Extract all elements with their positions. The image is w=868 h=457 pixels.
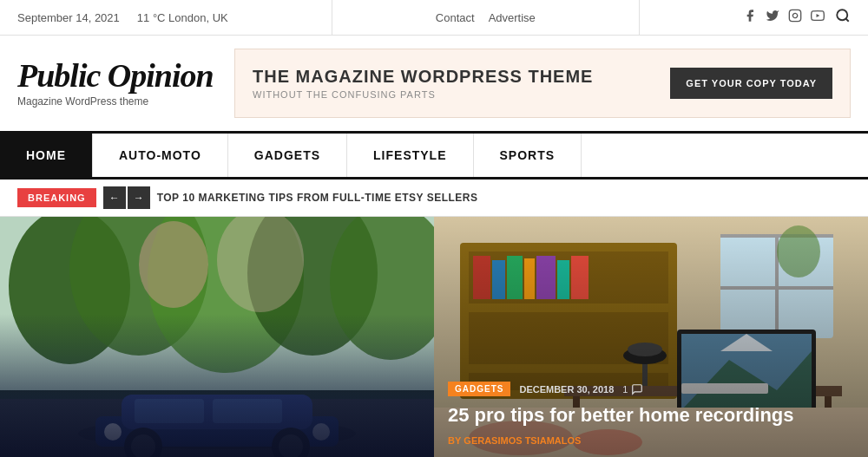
nav-sports[interactable]: SPORTS (474, 134, 582, 177)
svg-rect-0 (789, 10, 800, 21)
article-overlay: GADGETS DECEMBER 30, 2018 1 25 pro tips … (434, 368, 868, 457)
site-logo: Public Opinion Magazine WordPress theme (17, 59, 217, 108)
car-image-bg (0, 217, 434, 457)
divider-right (639, 0, 640, 36)
header-banner: Public Opinion Magazine WordPress theme … (0, 36, 868, 131)
breaking-text: TOP 10 MARKETING TIPS FROM FULL-TIME ETS… (157, 192, 478, 204)
logo-subtitle: Magazine WordPress theme (17, 95, 217, 108)
article-category-tag[interactable]: GADGETS (448, 382, 510, 396)
byline-by: by (448, 435, 461, 446)
svg-point-11 (139, 221, 208, 308)
article-date: DECEMBER 30, 2018 (519, 384, 614, 395)
secondary-article-image[interactable]: GADGETS DECEMBER 30, 2018 1 25 pro tips … (434, 217, 868, 457)
svg-line-4 (845, 18, 848, 21)
top-bar: September 14, 2021 11 °C London, UK Cont… (0, 0, 868, 36)
contact-link[interactable]: Contact (436, 11, 475, 24)
car-image-overlay (0, 314, 434, 457)
weather-display: 11 °C London, UK (137, 11, 228, 24)
instagram-icon[interactable] (788, 9, 802, 26)
nav-gadgets[interactable]: GADGETS (228, 134, 347, 177)
top-bar-left: September 14, 2021 11 °C London, UK (17, 11, 228, 24)
content-area: GADGETS DECEMBER 30, 2018 1 25 pro tips … (0, 217, 868, 457)
date-display: September 14, 2021 (17, 11, 120, 24)
logo-title[interactable]: Public Opinion (17, 59, 217, 92)
youtube-icon[interactable] (811, 9, 825, 26)
ad-title: THE MAGAZINE WORDPRESS THEME (253, 67, 593, 87)
breaking-prev-button[interactable]: ← (103, 186, 126, 209)
top-bar-right (743, 8, 851, 28)
advertise-link[interactable]: Advertise (489, 11, 536, 24)
twitter-icon[interactable] (766, 9, 779, 26)
article-byline: by GERASIMOS TSIAMALOS (448, 435, 854, 446)
top-bar-links: Contact Advertise (436, 11, 536, 24)
byline-author[interactable]: GERASIMOS TSIAMALOS (464, 435, 581, 446)
svg-point-3 (837, 10, 847, 20)
breaking-label: BREAKING (17, 188, 96, 207)
nav-auto-moto[interactable]: AUTO-MOTO (93, 134, 228, 177)
ad-text: THE MAGAZINE WORDPRESS THEME WITHOUT THE… (253, 67, 593, 100)
breaking-next-button[interactable]: → (128, 186, 150, 209)
main-nav: HOME AUTO-MOTO GADGETS LIFESTYLE SPORTS (0, 131, 868, 180)
divider-left (332, 0, 332, 36)
nav-home[interactable]: HOME (0, 134, 93, 177)
ad-banner: THE MAGAZINE WORDPRESS THEME WITHOUT THE… (234, 49, 851, 118)
article-tags: GADGETS DECEMBER 30, 2018 1 (448, 382, 854, 396)
nav-lifestyle[interactable]: LIFESTYLE (347, 134, 473, 177)
main-article-image[interactable] (0, 217, 434, 457)
svg-marker-2 (816, 14, 819, 17)
search-button[interactable] (835, 8, 851, 28)
social-icons (743, 9, 825, 26)
article-comment-count: 1 (622, 383, 643, 395)
article-title[interactable]: 25 pro tips for better home recordings (448, 403, 854, 428)
breaking-nav: ← → (103, 186, 150, 209)
ad-subtitle: WITHOUT THE CONFUSING PARTS (253, 89, 593, 100)
facebook-icon[interactable] (743, 9, 757, 26)
breaking-bar: BREAKING ← → TOP 10 MARKETING TIPS FROM … (0, 180, 868, 217)
ad-cta-button[interactable]: GET YOUR COPY TODAY (670, 68, 832, 99)
